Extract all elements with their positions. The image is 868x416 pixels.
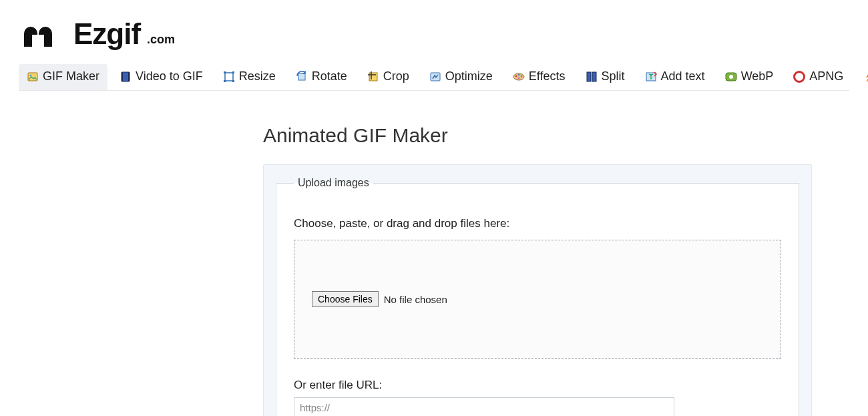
- nav-label: Effects: [529, 69, 566, 83]
- logo-mark-icon: [21, 21, 64, 51]
- nav-label: Add text: [661, 69, 705, 83]
- nav-label: Rotate: [312, 69, 347, 83]
- logo[interactable]: Ezgif .com: [21, 17, 847, 51]
- logo-text: Ezgif: [73, 17, 140, 51]
- nav-label: Split: [602, 69, 625, 83]
- gifmaker-icon: [27, 71, 39, 83]
- nav-label: Crop: [383, 69, 409, 83]
- avif-icon: [863, 71, 868, 83]
- upload-instruction: Choose, paste, or drag and drop files he…: [294, 217, 781, 230]
- page-title: Animated GIF Maker: [263, 124, 812, 147]
- nav-label: Resize: [239, 69, 276, 83]
- nav-label: WebP: [741, 69, 774, 83]
- upload-panel: Upload images Choose, paste, or drag and…: [263, 164, 812, 416]
- addtext-icon: [645, 71, 657, 83]
- file-input-wrapper: Choose Files No file chosen: [312, 291, 447, 307]
- nav-addtext[interactable]: Add text: [637, 64, 713, 90]
- nav-label: Video to GIF: [136, 69, 203, 83]
- upload-legend: Upload images: [294, 177, 373, 189]
- crop-icon: [367, 71, 379, 83]
- nav-label: APNG: [809, 69, 843, 83]
- video-icon: [120, 71, 132, 83]
- nav-rotate[interactable]: Rotate: [288, 64, 355, 90]
- choose-files-button[interactable]: Choose Files: [312, 291, 379, 307]
- nav-video[interactable]: Video to GIF: [112, 64, 211, 90]
- nav-optimize[interactable]: Optimize: [421, 64, 501, 90]
- nav-split[interactable]: Split: [578, 64, 633, 90]
- webp-icon: [725, 71, 737, 83]
- nav-webp[interactable]: WebP: [717, 64, 782, 90]
- nav-gifmaker[interactable]: GIF Maker: [19, 64, 107, 90]
- url-label: Or enter file URL:: [294, 379, 781, 392]
- logo-suffix: .com: [147, 33, 175, 47]
- main-content: Animated GIF Maker Upload images Choose,…: [263, 91, 812, 416]
- nav-label: GIF Maker: [43, 69, 99, 83]
- nav-label: Optimize: [445, 69, 493, 83]
- nav-avif[interactable]: AVIF: [855, 64, 868, 90]
- nav-effects[interactable]: Effects: [505, 64, 574, 90]
- rotate-icon: [296, 71, 308, 83]
- nav-resize[interactable]: Resize: [215, 64, 284, 90]
- apng-icon: [793, 71, 805, 83]
- optimize-icon: [429, 71, 441, 83]
- url-input[interactable]: [294, 397, 674, 416]
- split-icon: [586, 71, 598, 83]
- no-file-label: No file chosen: [384, 294, 447, 305]
- upload-fieldset: Upload images Choose, paste, or drag and…: [276, 177, 799, 416]
- file-dropzone[interactable]: Choose Files No file chosen: [294, 240, 781, 359]
- nav-crop[interactable]: Crop: [359, 64, 417, 90]
- resize-icon: [223, 71, 235, 83]
- nav-apng[interactable]: APNG: [785, 64, 851, 90]
- effects-icon: [513, 71, 525, 83]
- main-nav: GIF MakerVideo to GIFResizeRotateCropOpt…: [19, 63, 849, 91]
- site-header: Ezgif .com: [19, 0, 849, 63]
